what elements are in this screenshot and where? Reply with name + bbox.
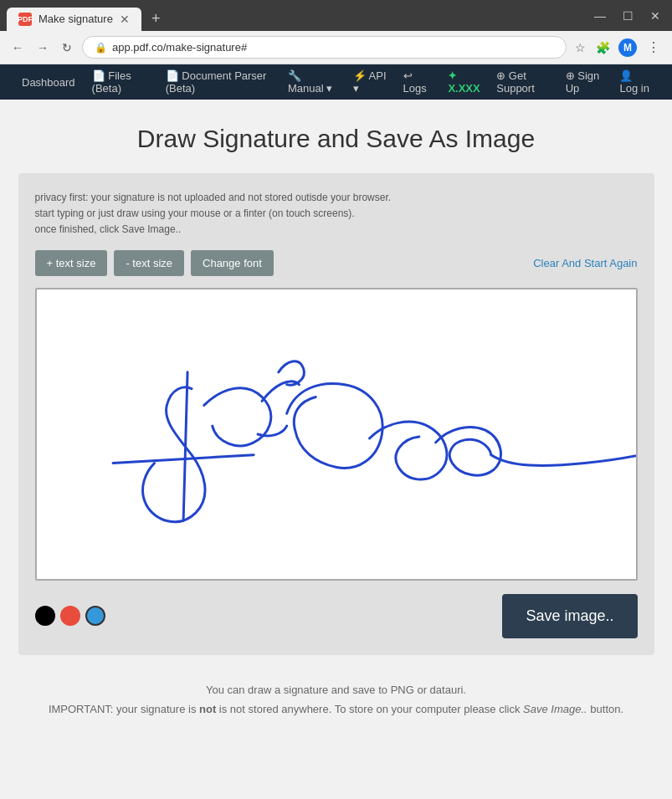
- profile-icon[interactable]: M: [618, 38, 637, 57]
- url-text: app.pdf.co/make-signature#: [112, 41, 247, 54]
- tool-container: privacy first: your signature is not upl…: [18, 173, 654, 655]
- lock-icon: 🔒: [95, 42, 107, 54]
- tab-favicon: PDF: [18, 13, 32, 26]
- signature-canvas[interactable]: [35, 288, 638, 581]
- privacy-line2: start typing or just draw using your mou…: [35, 207, 355, 219]
- nav-dashboard[interactable]: Dashboard: [13, 66, 84, 99]
- url-bar[interactable]: 🔒 app.pdf.co/make-signature#: [82, 36, 567, 59]
- maximize-button[interactable]: ☐: [618, 8, 639, 24]
- active-tab[interactable]: PDF Make signature ✕: [7, 8, 141, 31]
- nav-api[interactable]: ⚡ API ▾: [345, 59, 395, 105]
- color-blue-swatch[interactable]: [85, 606, 105, 626]
- color-swatches: [35, 606, 105, 626]
- tab-bar: PDF Make signature ✕ + — ☐ ✕: [7, 7, 665, 31]
- page-title: Draw Signature and Save As Image: [17, 125, 655, 153]
- new-tab-button[interactable]: +: [145, 7, 167, 31]
- close-button[interactable]: ✕: [645, 8, 665, 24]
- footer-not: not: [199, 703, 216, 715]
- signature-drawing: [37, 289, 636, 579]
- nav-document-parser[interactable]: 📄 Document Parser (Beta): [157, 59, 280, 105]
- nav-manual[interactable]: 🔧 Manual ▾: [280, 59, 345, 105]
- more-options-button[interactable]: ⋮: [644, 38, 664, 57]
- site-nav: Dashboard 📄 Files (Beta) 📄 Document Pars…: [0, 64, 672, 100]
- footer-line1: You can draw a signature and save to PNG…: [44, 680, 629, 699]
- window-controls: — ☐ ✕: [589, 8, 665, 31]
- footer-section: You can draw a signature and save to PNG…: [44, 680, 629, 720]
- minimize-button[interactable]: —: [589, 8, 611, 24]
- bottom-row: Save image..: [35, 594, 638, 638]
- footer-line2: IMPORTANT: your signature is not is not …: [44, 699, 629, 719]
- back-button[interactable]: ←: [8, 38, 27, 58]
- text-size-minus-button[interactable]: - text size: [114, 250, 184, 276]
- footer-important-prefix: IMPORTANT: your signature is: [49, 703, 199, 715]
- tab-close-button[interactable]: ✕: [120, 13, 130, 26]
- forward-button[interactable]: →: [33, 38, 52, 58]
- nav-logs[interactable]: ↩ Logs: [395, 59, 440, 105]
- nav-files[interactable]: 📄 Files (Beta): [84, 59, 157, 105]
- controls-row: + text size - text size Change font Clea…: [35, 250, 638, 276]
- clear-start-again-link[interactable]: Clear And Start Again: [533, 257, 637, 269]
- privacy-line3: once finished, click Save Image..: [35, 223, 182, 235]
- footer-end: button.: [590, 703, 623, 715]
- color-red-swatch[interactable]: [60, 606, 80, 626]
- nav-credits[interactable]: ✦ X.XXX: [439, 59, 491, 105]
- credits-badge: ✦ X.XXX: [448, 69, 483, 95]
- footer-save-image: Save Image..: [523, 703, 587, 715]
- change-font-button[interactable]: Change font: [191, 250, 274, 276]
- privacy-line1: privacy first: your signature is not upl…: [35, 192, 392, 203]
- text-size-plus-button[interactable]: + text size: [35, 250, 108, 276]
- get-support-link[interactable]: ⊕ Get Support: [491, 66, 553, 98]
- privacy-notice: privacy first: your signature is not upl…: [35, 190, 638, 238]
- main-content: Draw Signature and Save As Image privacy…: [0, 100, 672, 752]
- color-black-swatch[interactable]: [35, 606, 55, 626]
- save-image-button[interactable]: Save image..: [502, 594, 637, 638]
- log-in-link[interactable]: 👤 Log in: [614, 66, 659, 98]
- bookmark-icon[interactable]: ☆: [573, 39, 587, 56]
- extensions-icon[interactable]: 🧩: [594, 39, 612, 56]
- nav-right: ⊕ Get Support ⊕ Sign Up 👤 Log in: [491, 66, 659, 98]
- refresh-button[interactable]: ↻: [59, 38, 75, 58]
- footer-suffix: is not stored anywhere. To store on your…: [216, 703, 523, 715]
- browser-chrome: PDF Make signature ✕ + — ☐ ✕: [0, 0, 672, 31]
- sign-up-link[interactable]: ⊕ Sign Up: [561, 66, 608, 98]
- tab-title: Make signature: [38, 13, 113, 25]
